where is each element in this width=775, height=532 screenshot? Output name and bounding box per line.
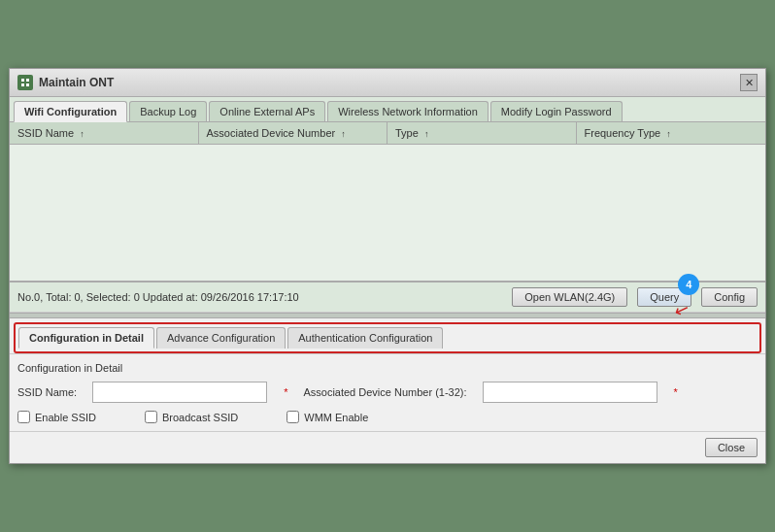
main-tab-bar: Wifi Configuration Backup Log Online Ext… (10, 97, 765, 122)
tab-online-external-aps[interactable]: Online External APs (209, 101, 325, 121)
checkbox-row: Enable SSID Broadcast SSID WMM Enable (17, 411, 758, 423)
tab-wifi-configuration[interactable]: Wifi Configuration (14, 101, 127, 122)
enable-ssid-checkbox[interactable] (17, 411, 30, 423)
broadcast-ssid-checkbox[interactable] (145, 411, 157, 423)
wmm-enable-item: WMM Enable (286, 411, 368, 423)
col-associated-device: Associated Device Number ↑ (199, 122, 388, 144)
col-frequency-type: Frequency Type ↑ (577, 122, 766, 144)
ssid-name-input[interactable] (92, 382, 267, 403)
svg-rect-3 (26, 83, 29, 86)
enable-ssid-item: Enable SSID (17, 411, 96, 423)
associated-required-star: * (674, 386, 678, 398)
svg-rect-2 (21, 83, 24, 86)
broadcast-ssid-item: Broadcast SSID (145, 411, 238, 423)
table-header: SSID Name ↑ Associated Device Number ↑ T… (10, 122, 765, 145)
svg-rect-0 (21, 79, 24, 82)
sub-tab-bar: Configuration in Detail Advance Configur… (14, 322, 761, 353)
sub-tab-area: Configuration in Detail Advance Configur… (10, 318, 765, 353)
sub-tab-authentication-config[interactable]: Authentication Configuration (287, 327, 443, 349)
ssid-name-label: SSID Name: (17, 386, 77, 398)
sub-tab-config-in-detail[interactable]: Configuration in Detail (18, 327, 154, 349)
broadcast-ssid-label: Broadcast SSID (162, 412, 238, 423)
status-bar: No.0, Total: 0, Selected: 0 Updated at: … (10, 282, 765, 313)
open-wlan-button[interactable]: Open WLAN(2.4G) (512, 287, 627, 307)
table-area: SSID Name ↑ Associated Device Number ↑ T… (10, 122, 765, 282)
title-bar-left: Maintain ONT (17, 75, 114, 90)
col-type: Type ↑ (388, 122, 577, 144)
close-button[interactable]: Close (705, 438, 758, 457)
associated-device-input[interactable] (483, 382, 657, 403)
associated-device-label: Associated Device Number (1-32): (303, 386, 466, 398)
table-body (10, 145, 765, 281)
window-close-button[interactable]: ✕ (740, 74, 758, 91)
config-button[interactable]: Config (701, 287, 758, 307)
ssid-form-row: SSID Name: * Associated Device Number (1… (17, 382, 758, 403)
ssid-required-star: * (284, 386, 287, 398)
tab-wireless-network-info[interactable]: Wireless Network Information (327, 101, 489, 121)
step-badge: 4 (678, 274, 699, 295)
svg-rect-1 (26, 79, 29, 82)
bottom-bar: Close (10, 431, 765, 463)
main-window: Maintain ONT ✕ Wifi Configuration Backup… (9, 68, 766, 464)
wmm-enable-checkbox[interactable] (286, 411, 299, 423)
status-text: No.0, Total: 0, Selected: 0 Updated at: … (17, 291, 502, 303)
sub-tab-advance-config[interactable]: Advance Configuration (156, 327, 286, 349)
wmm-enable-label: WMM Enable (304, 412, 368, 423)
title-bar: Maintain ONT ✕ (10, 69, 765, 97)
window-title: Maintain ONT (39, 76, 114, 89)
tab-modify-login-password[interactable]: Modify Login Password (490, 101, 623, 121)
query-wrapper: 4 Query ↙ (637, 287, 691, 307)
config-section-title: Configuration in Detail (17, 362, 758, 374)
enable-ssid-label: Enable SSID (35, 412, 96, 423)
window-icon (17, 75, 33, 90)
config-detail-area: Configuration in Detail SSID Name: * Ass… (10, 353, 765, 431)
col-ssid-name: SSID Name ↑ (10, 122, 199, 144)
tab-backup-log[interactable]: Backup Log (129, 101, 207, 121)
